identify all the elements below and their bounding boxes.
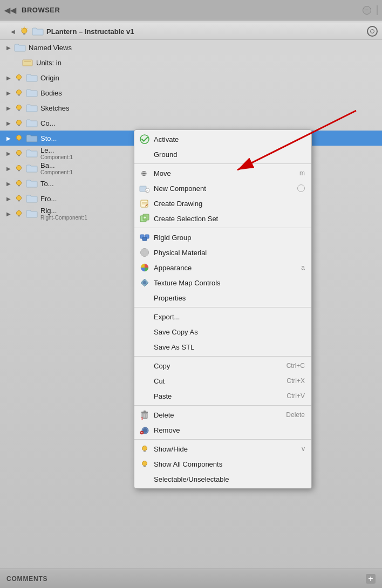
- svg-point-47: [143, 281, 146, 284]
- ground-icon: [139, 148, 151, 160]
- new-component-icon: ○: [139, 182, 151, 194]
- bulb-icon-construction: [14, 118, 24, 128]
- bulb-icon-back: [14, 163, 24, 173]
- menu-item-new-component[interactable]: ○ New Component: [134, 181, 311, 196]
- delete-shortcut: Delete: [286, 411, 305, 419]
- construction-label: Co...: [40, 119, 55, 127]
- context-menu: Activate Ground ⊕ Move m ○: [134, 129, 312, 489]
- units-label: Units: in: [36, 59, 62, 67]
- front-label: Fro...: [40, 195, 57, 203]
- show-all-label: Show All Components: [154, 460, 305, 468]
- svg-text:+: +: [144, 215, 146, 221]
- svg-rect-34: [141, 200, 148, 207]
- menu-item-selectable[interactable]: Selectable/Unselectable: [134, 471, 311, 487]
- svg-point-15: [17, 135, 22, 140]
- paste-shortcut: Ctrl+V: [286, 392, 305, 400]
- rigid-group-icon: [139, 231, 151, 243]
- menu-item-appearance[interactable]: Appearance a: [134, 260, 311, 275]
- tree-item-construction[interactable]: ▶ Co...: [0, 115, 382, 131]
- expand-right[interactable]: ▶: [4, 209, 13, 218]
- svg-rect-18: [18, 155, 20, 156]
- remove-icon: [139, 424, 151, 436]
- svg-point-9: [17, 90, 22, 95]
- menu-item-export[interactable]: Export...: [134, 309, 311, 324]
- folder-icon: [26, 209, 38, 218]
- cut-icon: [139, 375, 151, 387]
- export-icon: [139, 311, 151, 323]
- svg-rect-42: [142, 237, 147, 241]
- svg-point-21: [17, 181, 22, 186]
- menu-item-activate[interactable]: Activate: [134, 132, 311, 147]
- collapse-btn[interactable]: ◀: [9, 27, 17, 36]
- tree-item-bodies[interactable]: ▶ Bodies: [0, 85, 382, 100]
- separator-5: [134, 405, 311, 406]
- menu-item-move[interactable]: ⊕ Move m: [134, 166, 311, 181]
- bulb-icon-left: [14, 148, 24, 158]
- svg-rect-20: [18, 170, 20, 172]
- svg-line-3: [27, 28, 28, 29]
- tree-item-named-views[interactable]: ▶ Named Views: [0, 40, 382, 55]
- svg-point-17: [17, 151, 22, 155]
- copy-shortcut: Ctrl+C: [286, 362, 305, 370]
- expand-back[interactable]: ▶: [4, 164, 13, 173]
- menu-item-selection-set[interactable]: + Create Selection Set: [134, 211, 311, 226]
- svg-rect-8: [18, 80, 20, 81]
- paste-icon: [139, 390, 151, 402]
- svg-rect-62: [144, 451, 146, 452]
- component-row[interactable]: ◀ PLantern – Instructable v1: [0, 23, 382, 40]
- svg-point-23: [17, 196, 22, 201]
- menu-item-save-copy-as[interactable]: Save Copy As: [134, 324, 311, 339]
- expand-named-views[interactable]: ▶: [4, 43, 13, 52]
- back-arrows[interactable]: ◀◀: [4, 6, 16, 15]
- svg-rect-12: [18, 110, 20, 111]
- menu-item-delete[interactable]: Delete Delete: [134, 407, 311, 422]
- folder-icon: [26, 118, 38, 128]
- expand-left[interactable]: ▶: [4, 149, 13, 158]
- expand-origin[interactable]: ▶: [4, 73, 13, 82]
- menu-item-save-as-stl[interactable]: Save As STL: [134, 339, 311, 354]
- save-copy-icon: [139, 326, 151, 338]
- menu-item-ground[interactable]: Ground: [134, 147, 311, 162]
- folder-icon: [26, 148, 38, 158]
- expand-bodies[interactable]: ▶: [4, 88, 13, 97]
- expand-stopper[interactable]: ▶: [4, 134, 13, 142]
- menu-item-remove[interactable]: Remove: [134, 422, 311, 437]
- checkmark-icon: [139, 133, 151, 145]
- menu-item-texture-map[interactable]: Texture Map Controls: [134, 275, 311, 290]
- tree-item-sketches[interactable]: ▶ Sketches: [0, 100, 382, 115]
- menu-item-properties[interactable]: Properties: [134, 290, 311, 305]
- top-label: To...: [40, 180, 54, 188]
- minimize-button[interactable]: −: [363, 6, 371, 15]
- menu-item-create-drawing[interactable]: Create Drawing: [134, 196, 311, 211]
- menu-item-copy[interactable]: Copy Ctrl+C: [134, 358, 311, 373]
- menu-item-show-all[interactable]: Show All Components: [134, 456, 311, 471]
- origin-label: Origin: [40, 74, 59, 82]
- svg-point-43: [141, 249, 149, 257]
- delete-icon: [139, 409, 151, 421]
- target-icon[interactable]: [367, 26, 378, 37]
- menu-item-physical-material[interactable]: Physical Material: [134, 245, 311, 260]
- menu-item-paste[interactable]: Paste Ctrl+V: [134, 388, 311, 404]
- texture-map-icon: [139, 277, 151, 289]
- left-sub-label: Component:1: [40, 154, 73, 160]
- add-comment-button[interactable]: +: [366, 574, 376, 584]
- svg-rect-5: [23, 60, 32, 66]
- save-stl-icon: [139, 341, 151, 353]
- expand-front[interactable]: ▶: [4, 194, 13, 203]
- svg-text:○: ○: [146, 189, 149, 194]
- svg-point-0: [22, 28, 27, 33]
- menu-item-cut[interactable]: Cut Ctrl+X: [134, 373, 311, 388]
- move-shortcut: m: [299, 169, 305, 177]
- svg-rect-14: [18, 125, 20, 126]
- menu-item-show-hide[interactable]: Show/Hide v: [134, 441, 311, 456]
- separator-2: [134, 228, 311, 228]
- expand-construction[interactable]: ▶: [4, 119, 13, 127]
- paste-label: Paste: [154, 392, 286, 400]
- expand-sketches[interactable]: ▶: [4, 104, 13, 112]
- tree-item-origin[interactable]: ▶ Origin: [0, 70, 382, 85]
- expand-top[interactable]: ▶: [4, 179, 13, 188]
- menu-item-rigid-group[interactable]: Rigid Group: [134, 230, 311, 245]
- back-label: Ba...: [40, 161, 73, 169]
- separator-6: [134, 439, 311, 440]
- tree-item-units[interactable]: Units: in: [0, 55, 382, 70]
